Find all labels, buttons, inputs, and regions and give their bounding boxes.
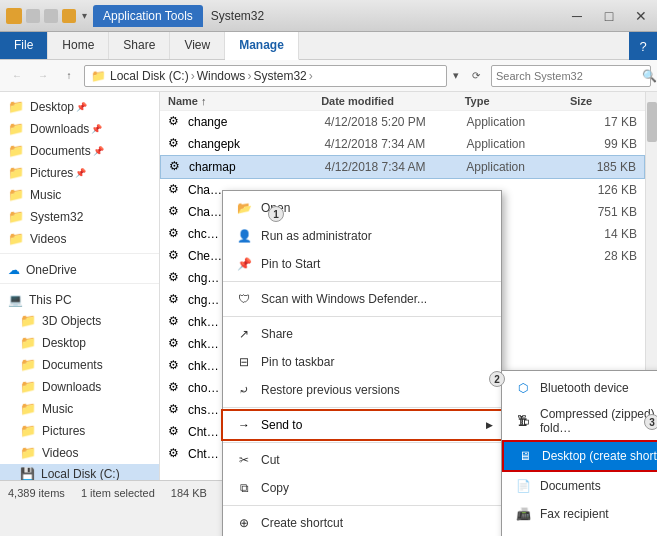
zip-icon: 🗜: [514, 412, 532, 430]
ctx-open[interactable]: 📂 Open: [223, 194, 501, 222]
tab-view[interactable]: View: [170, 32, 225, 59]
file-icon: ⚙: [168, 336, 184, 352]
quick-access-icon[interactable]: [26, 9, 40, 23]
file-list-header: Name ↑ Date modified Type Size: [160, 92, 645, 111]
folder-icon: 📁: [8, 121, 24, 137]
title-icons: ▾: [0, 8, 93, 24]
drive-icon: 💾: [20, 467, 35, 480]
ctx-scan[interactable]: 🛡 Scan with Windows Defender...: [223, 285, 501, 313]
ctx-cut[interactable]: ✂ Cut: [223, 446, 501, 474]
sidebar-item-downloads2[interactable]: 📁 Downloads: [0, 376, 159, 398]
ctx-share[interactable]: ↗ Share: [223, 320, 501, 348]
onedrive-icon: ☁: [8, 263, 20, 277]
sub-bluetooth[interactable]: ⬡ Bluetooth device: [502, 374, 657, 402]
ctx-copy[interactable]: ⧉ Copy: [223, 474, 501, 502]
sidebar-item-downloads[interactable]: 📁 Downloads 📌: [0, 118, 159, 140]
ctx-run-as[interactable]: 👤 Run as administrator: [223, 222, 501, 250]
path-windows: Windows: [197, 69, 246, 83]
file-name: change: [188, 115, 324, 129]
path-sep3: ›: [309, 69, 313, 83]
quick-access-icon2[interactable]: [44, 9, 58, 23]
folder-icon: 📁: [8, 231, 24, 247]
pin-icon: 📌: [76, 102, 87, 112]
sidebar-item-documents[interactable]: 📁 Documents 📌: [0, 140, 159, 162]
file-icon: ⚙: [168, 358, 184, 374]
pin-icon: 📌: [91, 124, 102, 134]
cut-icon: ✂: [235, 451, 253, 469]
ctx-runas-label: Run as administrator: [261, 229, 372, 243]
status-selected: 1 item selected: [81, 487, 155, 499]
status-count: 4,389 items: [8, 487, 65, 499]
help-button[interactable]: ?: [629, 32, 657, 60]
back-button[interactable]: ←: [6, 65, 28, 87]
sidebar-item-videos2[interactable]: 📁 Videos: [0, 442, 159, 464]
minimize-button[interactable]: ─: [561, 0, 593, 32]
folder-icon: 📁: [20, 423, 36, 439]
file-row[interactable]: ⚙ change 4/12/2018 5:20 PM Application 1…: [160, 111, 645, 133]
sub-desktop-label: Desktop (create shortcut): [542, 449, 657, 463]
folder-icon: 📁: [20, 401, 36, 417]
sidebar-item-3dobjects[interactable]: 📁 3D Objects: [0, 310, 159, 332]
file-icon: ⚙: [168, 248, 184, 264]
path-dropdown-btn[interactable]: ▾: [451, 69, 461, 82]
search-input[interactable]: [492, 70, 638, 82]
sidebar-item-documents2[interactable]: 📁 Documents: [0, 354, 159, 376]
sidebar-label: Local Disk (C:): [41, 467, 120, 480]
close-button[interactable]: ✕: [625, 0, 657, 32]
sidebar-item-thispc[interactable]: 💻 This PC: [0, 290, 159, 310]
sidebar-item-pictures[interactable]: 📁 Pictures 📌: [0, 162, 159, 184]
file-row[interactable]: ⚙ changepk 4/12/2018 7:34 AM Application…: [160, 133, 645, 155]
search-box[interactable]: 🔍: [491, 65, 651, 87]
file-row-selected[interactable]: ⚙ charmap 4/12/2018 7:34 AM Application …: [160, 155, 645, 179]
tab-manage[interactable]: Manage: [225, 32, 299, 60]
sidebar-item-onedrive[interactable]: ☁ OneDrive: [0, 260, 159, 280]
sidebar-item-pictures2[interactable]: 📁 Pictures: [0, 420, 159, 442]
tab-share[interactable]: Share: [109, 32, 170, 59]
ctx-pin-taskbar[interactable]: ⊟ Pin to taskbar: [223, 348, 501, 376]
address-path[interactable]: 📁 Local Disk (C:) › Windows › System32 ›: [84, 65, 447, 87]
copy-icon: ⧉: [235, 479, 253, 497]
up-button[interactable]: ↑: [58, 65, 80, 87]
file-date: 4/12/2018 7:34 AM: [325, 160, 466, 174]
ctx-sendto[interactable]: → Send to ▶: [223, 411, 501, 439]
sub-mail[interactable]: ✉ Mail recipient: [502, 528, 657, 536]
sub-fax[interactable]: 📠 Fax recipient: [502, 500, 657, 528]
pin-icon: 📌: [93, 146, 104, 156]
status-size: 184 KB: [171, 487, 207, 499]
ctx-sep3: [223, 407, 501, 408]
ctx-restore[interactable]: ⤾ Restore previous versions: [223, 376, 501, 404]
scrollbar-thumb[interactable]: [647, 102, 657, 142]
context-menu: 📂 Open 👤 Run as administrator 📌 Pin to S…: [222, 190, 502, 536]
forward-button[interactable]: →: [32, 65, 54, 87]
folder-icon: 📁: [20, 379, 36, 395]
sidebar-label: Videos: [30, 232, 66, 246]
ctx-create-shortcut[interactable]: ⊕ Create shortcut: [223, 509, 501, 536]
app-tools-label: Application Tools: [103, 9, 193, 23]
dropdown-arrow-titlebar[interactable]: ▾: [82, 10, 87, 21]
sidebar-item-system32[interactable]: 📁 System32: [0, 206, 159, 228]
tab-file[interactable]: File: [0, 32, 48, 59]
sidebar-item-videos[interactable]: 📁 Videos: [0, 228, 159, 250]
sidebar-item-desktop[interactable]: 📁 Desktop 📌: [0, 96, 159, 118]
title-bar: ▾ Application Tools System32 ─ □ ✕: [0, 0, 657, 32]
sub-fax-label: Fax recipient: [540, 507, 609, 521]
sidebar-item-music2[interactable]: 📁 Music: [0, 398, 159, 420]
application-tools-tab[interactable]: Application Tools: [93, 5, 203, 27]
sub-documents[interactable]: 📄 Documents: [502, 472, 657, 500]
step-badge-3: 3: [644, 414, 657, 430]
sidebar-item-desktop2[interactable]: 📁 Desktop: [0, 332, 159, 354]
ctx-pin-start[interactable]: 📌 Pin to Start: [223, 250, 501, 278]
col-header-date: Date modified: [321, 95, 465, 107]
sub-zip[interactable]: 🗜 Compressed (zipped) fold…: [502, 402, 657, 440]
file-size: 751 KB: [571, 205, 637, 219]
sidebar-label: Pictures: [30, 166, 73, 180]
maximize-button[interactable]: □: [593, 0, 625, 32]
sidebar-item-localdisk[interactable]: 💾 Local Disk (C:): [0, 464, 159, 480]
tab-home[interactable]: Home: [48, 32, 109, 59]
file-icon: ⚙: [168, 204, 184, 220]
refresh-button[interactable]: ⟳: [465, 65, 487, 87]
docs-icon: 📄: [514, 477, 532, 495]
sidebar-item-music[interactable]: 📁 Music: [0, 184, 159, 206]
restore-icon: ⤾: [235, 381, 253, 399]
sub-desktop[interactable]: 🖥 Desktop (create shortcut): [502, 440, 657, 472]
